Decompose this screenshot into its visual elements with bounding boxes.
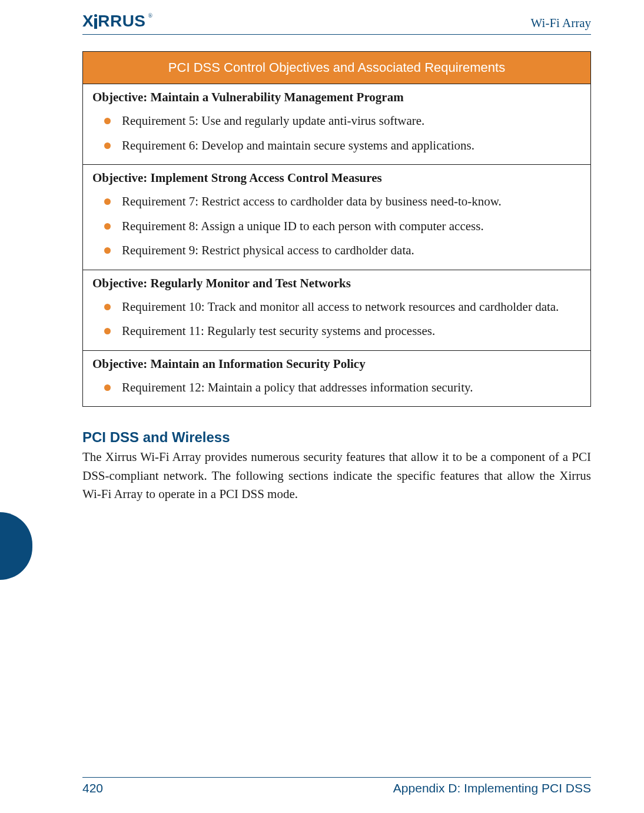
section-body: The Xirrus Wi-Fi Array provides numerous… bbox=[82, 448, 591, 504]
table-section: Objective: Maintain an Information Secur… bbox=[83, 350, 590, 407]
objective-title: Objective: Maintain an Information Secur… bbox=[92, 357, 581, 371]
page: X RRUS ® Wi-Fi Array PCI DSS Control Obj… bbox=[0, 0, 644, 813]
requirement-item: Requirement 5: Use and regularly update … bbox=[109, 112, 581, 131]
requirement-item: Requirement 11: Regularly test security … bbox=[109, 322, 581, 341]
pci-table: PCI DSS Control Objectives and Associate… bbox=[82, 51, 591, 407]
objective-title: Objective: Regularly Monitor and Test Ne… bbox=[92, 276, 581, 291]
footer: 420 Appendix D: Implementing PCI DSS bbox=[82, 777, 591, 795]
requirement-list: Requirement 10: Track and monitor all ac… bbox=[92, 298, 581, 341]
requirement-list: Requirement 5: Use and regularly update … bbox=[92, 112, 581, 155]
section-heading: PCI DSS and Wireless bbox=[82, 429, 591, 446]
table-title: PCI DSS Control Objectives and Associate… bbox=[83, 52, 590, 84]
logo: X RRUS ® bbox=[82, 12, 152, 31]
requirement-item: Requirement 6: Develop and maintain secu… bbox=[109, 137, 581, 155]
appendix-label: Appendix D: Implementing PCI DSS bbox=[393, 781, 591, 795]
requirement-item: Requirement 8: Assign a unique ID to eac… bbox=[109, 217, 581, 236]
table-section: Objective: Implement Strong Access Contr… bbox=[83, 164, 590, 270]
registered-icon: ® bbox=[148, 12, 153, 19]
objective-title: Objective: Maintain a Vulnerability Mana… bbox=[92, 90, 581, 105]
table-section: Objective: Maintain a Vulnerability Mana… bbox=[83, 84, 590, 164]
requirement-item: Requirement 10: Track and monitor all ac… bbox=[109, 298, 581, 317]
requirement-list: Requirement 7: Restrict access to cardho… bbox=[92, 193, 581, 260]
header-title: Wi-Fi Array bbox=[531, 16, 591, 31]
requirement-list: Requirement 12: Maintain a policy that a… bbox=[92, 379, 581, 397]
requirement-item: Requirement 7: Restrict access to cardho… bbox=[109, 193, 581, 211]
table-section: Objective: Regularly Monitor and Test Ne… bbox=[83, 270, 590, 350]
objective-title: Objective: Implement Strong Access Contr… bbox=[92, 171, 581, 185]
requirement-item: Requirement 9: Restrict physical access … bbox=[109, 241, 581, 260]
page-number: 420 bbox=[82, 781, 103, 795]
logo-text: X RRUS bbox=[82, 12, 146, 31]
requirement-item: Requirement 12: Maintain a policy that a… bbox=[109, 379, 581, 397]
header: X RRUS ® Wi-Fi Array bbox=[82, 12, 591, 35]
